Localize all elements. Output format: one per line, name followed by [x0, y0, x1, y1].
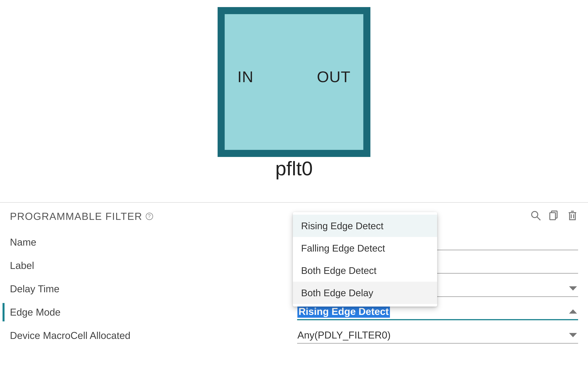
select-macrocell[interactable]: Any(PDLY_FILTER0) — [297, 327, 578, 344]
port-in-label: IN — [237, 68, 253, 85]
chevron-up-icon — [569, 309, 577, 314]
label-delay-time: Delay Time — [10, 283, 297, 295]
svg-rect-3 — [550, 213, 556, 220]
active-row-marker — [2, 303, 5, 321]
block-instance-label: pflt0 — [0, 157, 588, 180]
svg-point-0 — [532, 212, 538, 217]
help-icon[interactable]: ? — [146, 213, 153, 220]
panel-action-bar — [530, 210, 578, 223]
port-out-label: OUT — [317, 68, 351, 85]
label-label: Label — [10, 260, 297, 271]
search-icon[interactable] — [530, 210, 541, 223]
diagram-area: IN OUT pflt0 — [0, 7, 588, 180]
label-name: Name — [10, 237, 297, 248]
filter-block[interactable]: IN OUT — [218, 7, 370, 157]
dropdown-option[interactable]: Both Edge Detect — [293, 259, 437, 282]
row-macrocell: Device MacroCell Allocated Any(PDLY_FILT… — [10, 324, 578, 347]
label-edge-mode: Edge Mode — [10, 307, 297, 318]
value-edge-mode: Rising Edge Detect — [297, 305, 390, 318]
chevron-down-icon — [569, 286, 577, 290]
panel-title: PROGRAMMABLE FILTER ? — [10, 210, 153, 222]
label-macrocell: Device MacroCell Allocated — [10, 330, 297, 341]
panel-title-text: PROGRAMMABLE FILTER — [10, 210, 142, 222]
dropdown-option[interactable]: Both Edge Delay — [293, 282, 437, 304]
svg-rect-4 — [570, 213, 575, 220]
trash-icon[interactable] — [567, 210, 578, 223]
edge-mode-dropdown[interactable]: Rising Edge Detect Falling Edge Detect B… — [293, 212, 437, 307]
dropdown-option[interactable]: Falling Edge Detect — [293, 237, 437, 259]
dropdown-option[interactable]: Rising Edge Detect — [293, 215, 437, 237]
chevron-down-icon — [569, 333, 577, 337]
copy-icon[interactable] — [548, 210, 560, 223]
value-macrocell: Any(PDLY_FILTER0) — [297, 330, 391, 341]
svg-line-1 — [537, 217, 540, 220]
